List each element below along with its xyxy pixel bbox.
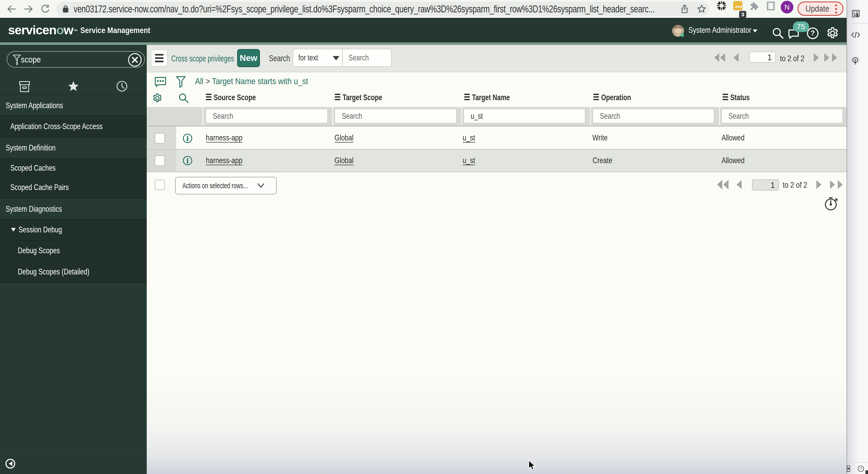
svg-text:?: ? [811,29,815,37]
svg-text:?: ? [860,467,862,471]
